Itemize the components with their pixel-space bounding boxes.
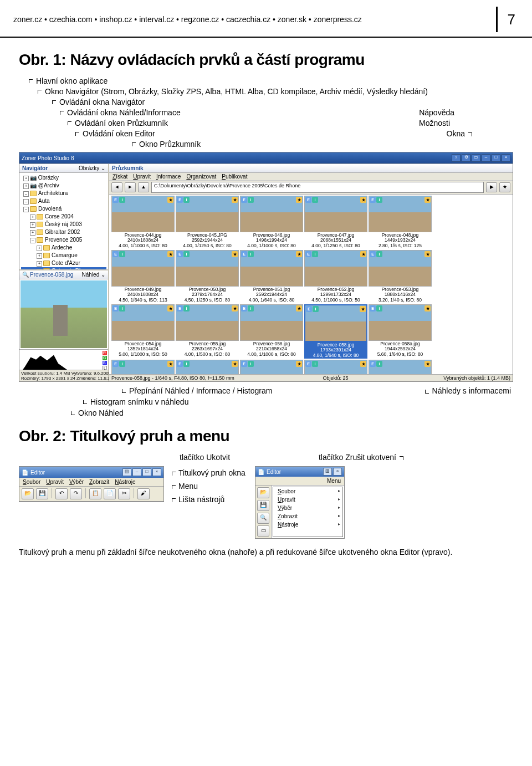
menu-item[interactable]: Publikovat [222,173,247,180]
tree-item[interactable]: –Dovolená [21,205,106,213]
tool-icon[interactable]: ▭ [257,525,269,537]
redo-icon[interactable]: ↷ [70,488,82,499]
titlebar[interactable]: Zoner Photo Studio 8 ? ⚙ ▭ – □ × [19,152,513,164]
thumbnail[interactable]: Ei★Provence-058.jpg1793x2391x244.80, 1/6… [304,304,367,359]
thumbnail[interactable]: Ei★Provence-058b.jpg2592x1944x245.60, 1/… [111,360,175,374]
close-icon[interactable]: × [502,154,510,162]
tree-item[interactable]: –Architektura [21,190,106,197]
maximize-icon[interactable]: □ [492,154,500,162]
copy-icon[interactable]: 📋 [89,488,101,499]
thumbnail[interactable]: Ei★Provence-061.jpg1824x1503x245.60, 1/1… [304,360,367,374]
thumbnail[interactable]: Ei★Provence-062.jpg2467x1850x244.00, 1/5… [369,360,432,374]
navigator-header[interactable]: Navigátor Obrázky ⌄ [19,164,108,173]
label-preview-controls: Ovládání okna Náhled/Informace [67,108,181,117]
search-icon[interactable]: 🔍 [257,513,269,524]
thumbnail[interactable]: Ei★Provence-059.jpg2404x1803x244.00, 1/6… [176,360,239,374]
nav-back-icon[interactable]: ◄ [111,182,122,192]
tree-item[interactable]: +Cote d'Azur [21,259,106,267]
thumbnail[interactable]: Ei★Provence-048.jpg1449x1932x242.80, 1/6… [369,196,432,249]
tree-item[interactable]: +Ardeche [21,244,106,252]
open-icon[interactable]: 📂 [257,487,269,498]
menu-item[interactable]: Soubor [23,479,40,485]
dock-icon[interactable]: ▤ [122,468,131,476]
cut-icon[interactable]: ✂ [118,488,130,499]
address-bar[interactable]: C:\Dokumenty\Obrázky\Dovolená\Provence 2… [151,182,484,193]
menu-item[interactable]: Zobrazit [273,512,342,520]
thumbnail[interactable]: Ei★Provence-054.jpg1352x1814x245.00, 1/1… [111,304,175,359]
page-number: 7 [508,11,515,28]
editor-sm-titlebar[interactable]: 📄Editor ▥ × [255,467,344,477]
menu-item[interactable]: Nástroje [273,520,342,529]
save-icon[interactable]: 💾 [257,500,269,511]
options-icon[interactable]: ⚙ [462,154,470,162]
navigator-dropdown[interactable]: Obrázky ⌄ [79,165,105,171]
browser-pane: Průzkumník ZískatUpravitInformaceOrganiz… [109,164,513,381]
browser-menubar[interactable]: ZískatUpravitInformaceOrganizovatPubliko… [109,173,513,181]
paste-icon[interactable]: 📄 [104,488,116,499]
menu-item[interactable]: Upravit [273,496,342,504]
nav-fwd-icon[interactable]: ► [125,182,136,192]
folder-tree[interactable]: +📷 Obrázky+📷 @Archiv–Architektura–Auta–D… [19,173,108,269]
menu-item[interactable]: Informace [156,173,181,180]
preview-filename: Provence-058.jpg [29,272,82,278]
tree-item[interactable]: +📷 Obrázky [21,174,106,182]
label-dock-button: tlačítko Ukotvit [180,453,230,462]
thumbnail[interactable]: Ei★Provence-047.jpg2068x1551x244.00, 1/1… [304,196,367,249]
menu-item[interactable]: Organizovat [186,173,216,180]
label-titlebar: Titulkový pruh okna [178,468,245,477]
tree-item[interactable]: +Český ráj 2003 [21,221,106,228]
thumbnail[interactable]: Ei★Provence-052.jpg1299x1732x244.50, 1/1… [304,250,367,303]
thumbnail[interactable]: Ei★Provence-050.jpg2379x1784x244.50, 1/2… [176,250,239,303]
minimize-icon[interactable]: – [482,154,490,162]
tree-item[interactable]: –Provence 2005 [21,236,106,244]
thumbnail[interactable]: Ei★Provence-053.jpg1888x1416x243.20, 1/4… [369,250,432,303]
browser-header[interactable]: Průzkumník [112,165,144,171]
thumbnail-grid[interactable]: Ei★Provence-044.jpg2410x1808x244.00, 1/1… [109,195,513,374]
tool-icon[interactable]: 🖌 [137,488,150,499]
menu-item[interactable]: Výběr [69,479,84,485]
thumbnail[interactable]: Ei★Provence-055.jpg2263x1697x244.00, 1/5… [176,304,239,359]
thumbnail[interactable]: Ei★Provence-051.jpg2592x1944x244.00, 1/6… [240,250,303,303]
thumbnail[interactable]: Ei★Provence-044.jpg2410x1808x244.00, 1/1… [111,196,175,249]
editor-titlebar[interactable]: 📄Editor ▤ – □ × [19,467,163,478]
thumbnail[interactable]: Ei★Provence-056.jpg2210x1658x244.00, 1/1… [240,304,303,359]
preview-image[interactable] [21,280,107,348]
thumbnail[interactable]: Ei★Provence-045.JPG2592x1944x244.00, 1/1… [176,196,239,249]
save-icon[interactable]: 💾 [36,488,48,499]
open-icon[interactable]: 📂 [22,488,34,499]
undo-icon[interactable]: ↶ [55,488,68,499]
editor-popup-menu[interactable]: SouborUpravitVýběrZobrazitNástroje [273,487,343,537]
nav-up-icon[interactable]: ▲ [138,182,149,192]
windows-icon[interactable]: ▭ [472,154,480,162]
nav-fav-icon[interactable]: ★ [499,182,510,192]
nav-go-icon[interactable]: ▶ [486,182,497,192]
minimize-icon[interactable]: – [132,468,141,476]
thumbnail[interactable]: Ei★Provence-046.jpg1496x1994x244.00, 1/1… [240,196,303,249]
tree-item[interactable]: +Gibraltar 2002 [21,228,106,236]
menu-item[interactable]: Nástroje [115,479,135,485]
menu-item[interactable]: Upravit [133,173,151,180]
tree-item[interactable]: +Corse 2004 [21,213,106,221]
tree-item[interactable]: +Camargue [21,252,106,259]
maximize-icon[interactable]: □ [142,468,151,476]
close-icon[interactable]: × [152,468,161,476]
menu-item[interactable]: Výběr [273,504,342,512]
preview-dropdown[interactable]: Náhled ⌄ [82,272,105,278]
thumbnail[interactable]: Ei★Provence-058a.jpg1944x2592x245.60, 1/… [369,304,432,359]
menu-item[interactable]: Soubor [273,487,342,496]
editor-toolbar[interactable]: 📂 💾 ↶ ↷ 📋 📄 ✂ 🖌 [19,487,163,502]
editor-sm-toolbar[interactable]: 📂 💾 🔍 ▭ [255,486,272,538]
menu-item[interactable]: Upravit [46,479,64,485]
undock-icon[interactable]: ▥ [323,468,332,476]
menu-compact-label[interactable]: Menu [327,478,341,484]
help-icon[interactable]: ? [452,154,461,162]
thumbnail[interactable]: Ei★Provence-060.jpg2025x1519x244.00, 1/8… [240,360,303,374]
menu-item[interactable]: Zobrazit [89,479,109,485]
tree-item[interactable]: –Auta [21,197,106,205]
menu-item[interactable]: Získat [112,173,127,180]
editor-menubar[interactable]: SouborUpravitVýběrZobrazitNástroje [19,478,163,487]
close-icon[interactable]: × [333,468,342,476]
histogram[interactable]: RGBL [19,349,108,370]
tree-item[interactable]: +📷 @Archiv [21,182,106,190]
thumbnail[interactable]: Ei★Provence-049.jpg2410x1808x244.50, 1/6… [111,250,175,303]
